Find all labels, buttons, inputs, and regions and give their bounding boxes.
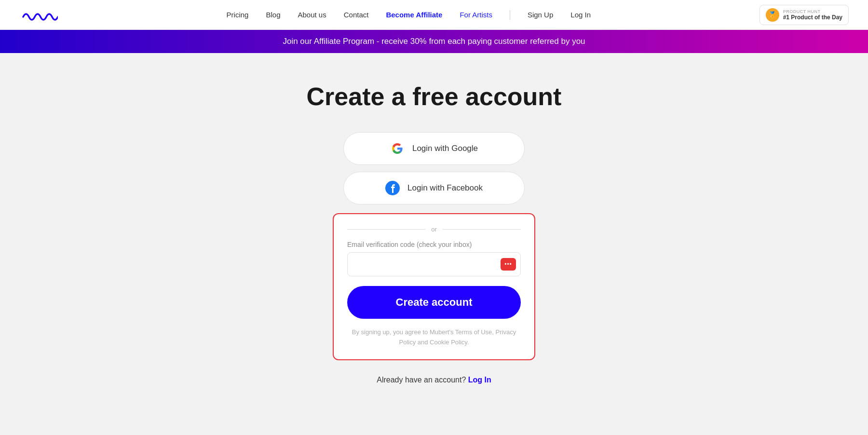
create-account-button[interactable]: Create account (347, 286, 521, 319)
input-action-icon[interactable]: ••• (501, 258, 516, 271)
terms-content: By signing up, you agree to Mubert's Ter… (352, 328, 516, 346)
affiliate-banner[interactable]: Join our Affiliate Program - receive 30%… (0, 30, 868, 53)
navbar: Pricing Blog About us Contact Become Aff… (0, 0, 868, 30)
already-text: Already have an account? (377, 376, 466, 384)
or-divider: or (347, 226, 521, 233)
ph-title: #1 Product of the Day (783, 14, 842, 21)
nav-pricing[interactable]: Pricing (227, 11, 249, 19)
logo-area (19, 6, 58, 24)
facebook-login-label: Login with Facebook (407, 183, 483, 193)
nav-links: Pricing Blog About us Contact Become Aff… (227, 10, 591, 20)
main-content: Create a free account Login with Google … (0, 53, 868, 413)
nav-contact[interactable]: Contact (344, 11, 369, 19)
nav-affiliate[interactable]: Become Affiliate (386, 11, 442, 19)
login-link[interactable]: Log In (468, 376, 491, 384)
ph-text: PRODUCT HUNT #1 Product of the Day (783, 9, 842, 21)
email-form-box: or Email verification code (check your i… (333, 213, 535, 360)
already-account: Already have an account? Log In (377, 376, 491, 384)
email-label: Email verification code (check your inbo… (347, 241, 521, 248)
nav-blog[interactable]: Blog (266, 11, 280, 19)
facebook-icon (385, 181, 400, 195)
email-input-wrap: ••• (347, 252, 521, 276)
google-login-label: Login with Google (412, 144, 478, 153)
google-icon (390, 141, 405, 156)
nav-artists[interactable]: For Artists (460, 11, 492, 19)
or-text: or (431, 226, 437, 233)
or-line-left (347, 229, 425, 230)
terms-text: By signing up, you agree to Mubert's Ter… (347, 327, 521, 348)
or-line-right (443, 229, 521, 230)
logo-icon[interactable] (19, 6, 58, 24)
page-title: Create a free account (307, 82, 562, 111)
banner-text: Join our Affiliate Program - receive 30%… (283, 37, 585, 46)
create-account-label: Create account (396, 296, 473, 308)
nav-about[interactable]: About us (298, 11, 326, 19)
email-input[interactable] (347, 252, 521, 276)
nav-signup[interactable]: Sign Up (528, 11, 553, 19)
ph-medal-icon: 🏅 (766, 8, 779, 22)
product-hunt-badge[interactable]: 🏅 PRODUCT HUNT #1 Product of the Day (760, 5, 849, 25)
nav-divider (510, 10, 510, 20)
facebook-login-button[interactable]: Login with Facebook (343, 172, 525, 204)
ph-label: PRODUCT HUNT (783, 9, 842, 14)
dots-icon: ••• (504, 261, 512, 268)
fb-circle (385, 181, 400, 195)
google-login-button[interactable]: Login with Google (343, 132, 525, 165)
nav-login[interactable]: Log In (570, 11, 591, 19)
